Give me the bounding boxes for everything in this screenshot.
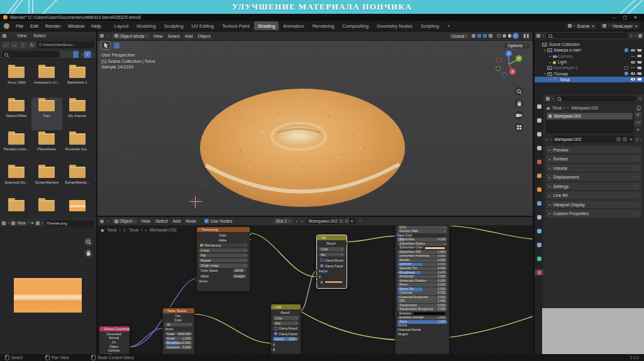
node-row[interactable]: Sheen Tint0.500 ˅ — [397, 287, 447, 291]
toggle-perspective-grid-icon[interactable] — [514, 123, 523, 131]
window-titlebar[interactable]: Blender* [C:\Users\User\Documents\untitl… — [0, 14, 644, 21]
menu-item[interactable]: Window — [65, 22, 88, 30]
properties-tab-icon[interactable] — [535, 172, 543, 179]
node-row[interactable]: Distortion0.000 ˅ — [165, 345, 192, 349]
properties-search-input[interactable] — [555, 96, 636, 101]
node-row[interactable]: Detail2.000 ˅ — [165, 336, 192, 340]
pan-hand-icon[interactable] — [84, 249, 92, 257]
node-row[interactable]: UV ˅ — [101, 340, 128, 344]
output-socket[interactable] — [129, 349, 131, 352]
node-row[interactable]: Color ˅ — [199, 233, 248, 237]
shader-type-dropdown[interactable]: Object ˅ — [112, 218, 138, 224]
node-row[interactable]: Scale1500.000 ˅ — [165, 332, 192, 336]
solid-shading-icon[interactable] — [502, 34, 506, 38]
visibility-eye-icon[interactable] — [631, 61, 635, 64]
outliner-row[interactable]: ▸ Light — [535, 59, 644, 65]
overlays-toggle-icon[interactable] — [489, 34, 492, 38]
outliner-row[interactable]: ▾ Камера и свет — [535, 47, 644, 53]
select-tool-button[interactable] — [101, 41, 111, 50]
node-row[interactable]: Clamp Factor ˅ — [273, 332, 299, 336]
file-browser-menu[interactable]: View — [14, 32, 30, 39]
editor-type-icon[interactable] — [3, 34, 6, 38]
remove-slot-button[interactable]: − — [635, 119, 641, 126]
circle-select-icon[interactable] — [126, 43, 132, 48]
properties-tab-icon[interactable] — [535, 103, 543, 109]
node-row[interactable]: Color ˅ — [319, 247, 345, 252]
input-socket[interactable] — [395, 247, 397, 249]
workspace-tab[interactable]: Shading — [254, 21, 279, 30]
editor-type-icon[interactable] — [546, 97, 550, 101]
node-header[interactable]: Пончик.png — [197, 227, 250, 232]
shader-editor[interactable]: ˅ Object ˅ ViewSelectAddNode Use Nodes S… — [97, 217, 533, 354]
folder-item[interactable]: SyrianWarfar... — [62, 164, 92, 197]
checkbox[interactable] — [274, 332, 277, 335]
editor-type-icon[interactable] — [2, 221, 6, 225]
workspace-tab[interactable]: UV Editing — [188, 21, 218, 30]
node-row[interactable]: GGX ˅ — [397, 226, 447, 230]
expand-triangle-icon[interactable]: ▾ — [542, 48, 547, 52]
outliner-row[interactable]: ▸ Camera — [535, 53, 644, 59]
node-noise-texture[interactable]: Noise Texture Fac ˅ Color ˅ — [162, 308, 195, 354]
workspace-tab[interactable]: Geometry Nodes — [373, 21, 416, 30]
maximize-button[interactable]: ▢ — [619, 14, 630, 21]
pin-icon[interactable] — [636, 106, 641, 110]
zoom-tool-icon[interactable] — [84, 238, 92, 246]
editor-type-icon[interactable] — [100, 219, 104, 223]
output-socket[interactable] — [129, 336, 131, 339]
node-row[interactable]: Factor ˅ — [319, 269, 345, 274]
section-header[interactable]: Surface — [546, 155, 641, 162]
material-name-field[interactable]: Материал.002 ✕ — [553, 136, 635, 143]
zoom-icon[interactable] — [514, 87, 523, 96]
node-row[interactable]: Clamp Factor ˅ — [319, 264, 345, 268]
properties-tab-icon[interactable] — [535, 269, 543, 275]
folder-item[interactable]: Battlefield 1 — [62, 64, 92, 97]
node-row[interactable]: Roughness0.475 ˅ — [397, 271, 447, 275]
wireframe-shading-icon[interactable] — [497, 34, 501, 38]
display-details-button[interactable] — [67, 51, 73, 58]
pick-select-icon[interactable] — [139, 43, 145, 48]
output-socket[interactable] — [249, 233, 252, 236]
filter-icon[interactable]: ▽ — [630, 33, 633, 38]
node-row[interactable]: Fac ˅ — [165, 314, 192, 318]
unlink-icon[interactable]: ✕ — [350, 219, 353, 223]
properties-tab-icon[interactable] — [535, 228, 543, 234]
section-header[interactable]: Viewport Display — [546, 201, 641, 208]
input-socket[interactable] — [162, 328, 164, 330]
fake-user-shield-icon[interactable] — [339, 219, 343, 223]
output-socket[interactable] — [129, 332, 131, 335]
refresh-button[interactable]: ↻ — [28, 42, 36, 48]
workspace-tab[interactable]: Compositing — [338, 21, 372, 30]
image-name-field[interactable]: Пончик.png — [45, 220, 94, 226]
node-row[interactable]: Vector ˅ — [199, 279, 248, 282]
render-camera-icon[interactable] — [638, 49, 641, 52]
node-row[interactable]: Base Color ˅ — [397, 234, 447, 238]
hamburger-icon[interactable]: ≡ — [31, 221, 34, 225]
node-row[interactable]: Specular Tint0.000 ˅ — [397, 267, 447, 270]
path-field[interactable]: C:\Users\User\Docu... — [37, 42, 94, 48]
expand-triangle-icon[interactable]: ▸ — [548, 60, 553, 64]
gizmos-toggle-icon[interactable] — [483, 34, 487, 38]
editor-type-icon[interactable] — [536, 34, 540, 38]
workspace-tab[interactable]: Layout — [111, 21, 133, 30]
back-button[interactable]: ← — [2, 42, 9, 48]
node-row[interactable]: Color ˅ — [273, 316, 299, 319]
render-camera-icon[interactable] — [638, 72, 641, 75]
pan-hand-icon[interactable] — [514, 99, 523, 108]
search-input[interactable] — [2, 51, 59, 58]
workspace-tab[interactable]: + — [443, 21, 453, 30]
camera-view-icon[interactable] — [514, 111, 523, 119]
workspace-tab[interactable]: Rendering — [309, 21, 338, 30]
node-row[interactable]: Sheen0.000 ˅ — [397, 283, 447, 287]
file-browser-menu[interactable]: Select — [30, 32, 48, 39]
output-socket[interactable] — [194, 314, 196, 317]
expand-triangle-icon[interactable]: ▾ — [542, 72, 547, 75]
up-button[interactable]: ↑ — [19, 42, 27, 48]
properties-tab-icon[interactable] — [535, 145, 543, 151]
blender-app-icon[interactable] — [4, 23, 9, 29]
properties-tab-icon[interactable] — [535, 158, 543, 165]
node-row[interactable]: Tangent ˅ — [397, 333, 447, 336]
mode-dropdown[interactable]: Object Mode ˅ — [112, 33, 150, 39]
workspace-tab[interactable]: Animation — [279, 21, 308, 30]
expand-triangle-icon[interactable]: ▾ — [548, 77, 553, 81]
node-row[interactable]: Subsurface IOR1.400 ˅ — [397, 250, 447, 254]
